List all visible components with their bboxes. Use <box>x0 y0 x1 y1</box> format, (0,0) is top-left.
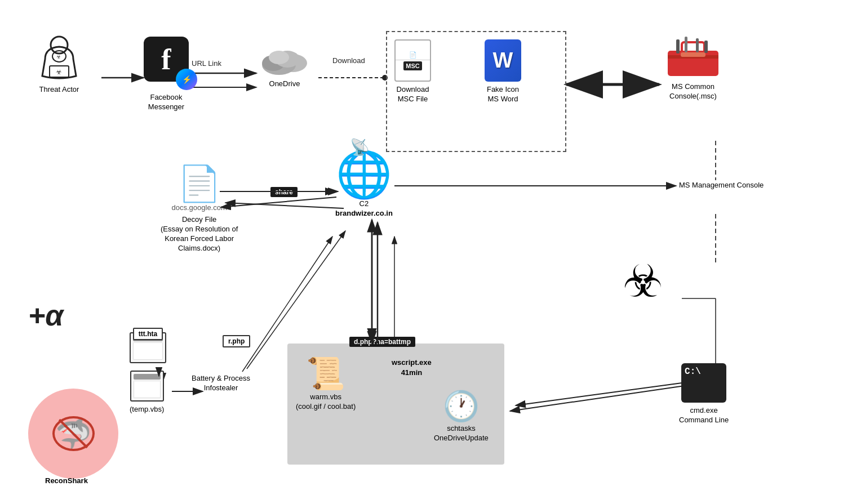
svg-line-18 <box>225 203 344 208</box>
svg-line-15 <box>516 383 682 405</box>
battery-infostealer-node: Battery & Process Infostealer <box>192 371 250 393</box>
decoy-file-label: Decoy File (Essay on Resolution of Korea… <box>161 215 238 253</box>
messenger-icon: ⚡ <box>176 69 197 90</box>
msc-badge: MSC <box>403 61 421 70</box>
ms-management-console-node: MS Management Console <box>679 180 764 190</box>
reconshark-label: ReconShark <box>45 476 88 486</box>
reconshark-icon: 🦈 <box>55 419 92 448</box>
cmd-icon: C:\ <box>681 363 726 403</box>
svg-text:☣: ☣ <box>56 54 61 60</box>
svg-rect-41 <box>704 41 708 53</box>
reconshark-node: ReconShark <box>45 473 88 486</box>
toolbox-icon <box>665 34 721 79</box>
attack-flow-diagram: 🦈 ☣ ☣ Threat Actor f <box>0 0 861 504</box>
biohazard-icon: ☣ <box>623 259 663 304</box>
c2-globe-icon: 📡 🌐 <box>336 152 392 197</box>
fake-word-node: W Fake Icon MS Word <box>485 39 521 104</box>
schtasks-icon: 🕐 <box>443 391 480 421</box>
svg-rect-38 <box>676 39 680 53</box>
url-link-label: URL Link <box>192 59 221 68</box>
warm-vbs-icon: 📜 <box>306 358 345 389</box>
svg-rect-37 <box>681 52 705 57</box>
fake-word-label: Fake Icon MS Word <box>487 85 519 104</box>
decoy-file-node: 📄 docs.google.com Decoy File (Essay on R… <box>161 166 238 253</box>
biohazard-node: ☣ <box>623 259 663 304</box>
plus-alpha-text: +α <box>28 298 64 332</box>
word-icon: W <box>485 39 521 82</box>
threat-actor-node: ☣ ☣ Threat Actor <box>34 31 85 95</box>
warm-vbs-node: 📜 warm.vbs (cool.gif / cool.bat) <box>296 358 356 412</box>
warm-vbs-label: warm.vbs (cool.gif / cool.bat) <box>296 393 356 412</box>
d-php-label: d.php?na=battmp <box>349 337 415 347</box>
docs-google-label: docs.google.com <box>161 203 238 212</box>
svg-point-33 <box>269 51 289 64</box>
svg-line-43 <box>221 197 336 207</box>
schtasks-label: schtasks OneDriveUpdate <box>434 424 489 443</box>
download-label: Download <box>332 56 365 65</box>
cmd-label: cmd.exe Command Line <box>679 406 729 425</box>
wscript-label: wscript.exe 41min <box>392 358 432 378</box>
hta-tag: ttt.hta <box>133 328 163 340</box>
ms-common-console-label: MS Common Console(.msc) <box>669 82 717 101</box>
svg-rect-40 <box>696 38 699 52</box>
hta-node: ttt.hta <box>130 328 166 363</box>
vbs-label: (temp.vbs) <box>130 405 164 414</box>
facebook-label: Facebook Messenger <box>148 93 184 112</box>
reconshark-circle: 🦈 <box>28 389 118 479</box>
threat-actor-icon: ☣ ☣ <box>34 31 85 82</box>
r-php-label: r.php <box>223 335 250 347</box>
globe-icon: 🌐 <box>336 152 392 197</box>
plus-alpha-node: +α <box>28 298 64 332</box>
wscript-node: wscript.exe 41min <box>392 358 432 378</box>
threat-actor-label: Threat Actor <box>39 85 79 95</box>
c2-node: 📡 🌐 C2 brandwizer.co.in <box>335 152 393 218</box>
cmd-node: C:\ cmd.exe Command Line <box>679 363 729 425</box>
download-msc-label: Download MSC File <box>397 85 429 104</box>
svg-line-48 <box>510 386 685 411</box>
facebook-node: f ⚡ Facebook Messenger <box>144 37 189 112</box>
schtasks-node: 🕐 schtasks OneDriveUpdate <box>434 391 489 443</box>
svg-rect-39 <box>685 37 687 52</box>
battery-label: Battery & Process Infostealer <box>192 374 250 393</box>
download-msc-node: 📄 MSC Download MSC File <box>394 39 431 104</box>
ms-common-console-node: MS Common Console(.msc) <box>665 34 721 101</box>
ms-management-label: MS Management Console <box>679 180 764 190</box>
onedrive-icon <box>259 39 310 76</box>
share-label: share <box>270 187 298 197</box>
vbs-icon <box>130 371 164 402</box>
vbs-node: (temp.vbs) <box>130 371 164 414</box>
c2-label: C2 brandwizer.co.in <box>335 199 393 218</box>
onedrive-node: OneDrive <box>259 39 310 89</box>
msc-file-icon: 📄 MSC <box>394 39 431 82</box>
onedrive-label: OneDrive <box>269 79 300 89</box>
svg-text:☣: ☣ <box>56 68 62 76</box>
google-doc-icon: 📄 <box>177 166 221 201</box>
